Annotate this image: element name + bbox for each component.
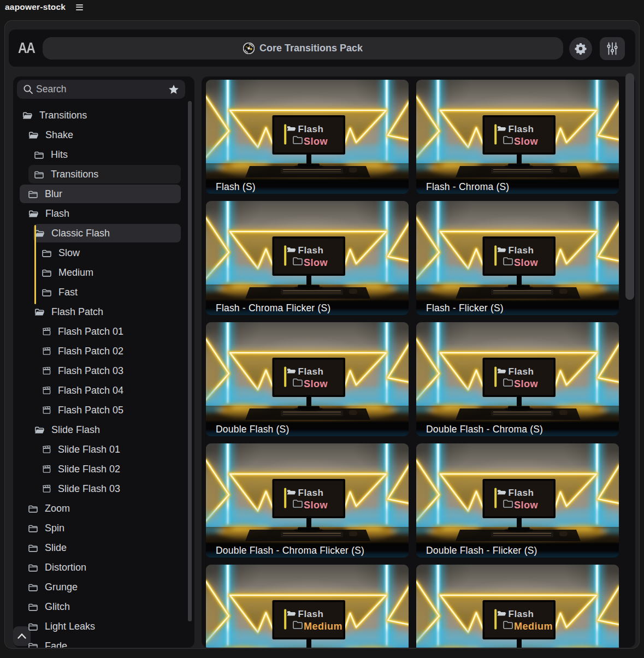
svg-text:Slow: Slow bbox=[514, 500, 539, 511]
svg-text:Slow: Slow bbox=[514, 136, 539, 147]
svg-text:Slow: Slow bbox=[514, 257, 539, 268]
svg-text:Medium: Medium bbox=[304, 621, 342, 632]
svg-text:Slow: Slow bbox=[304, 136, 328, 147]
svg-text:Slow: Slow bbox=[304, 257, 328, 268]
svg-text:Medium: Medium bbox=[514, 621, 553, 632]
svg-text:Slow: Slow bbox=[304, 500, 328, 511]
svg-text:Slow: Slow bbox=[304, 378, 328, 389]
svg-text:Slow: Slow bbox=[514, 378, 539, 389]
